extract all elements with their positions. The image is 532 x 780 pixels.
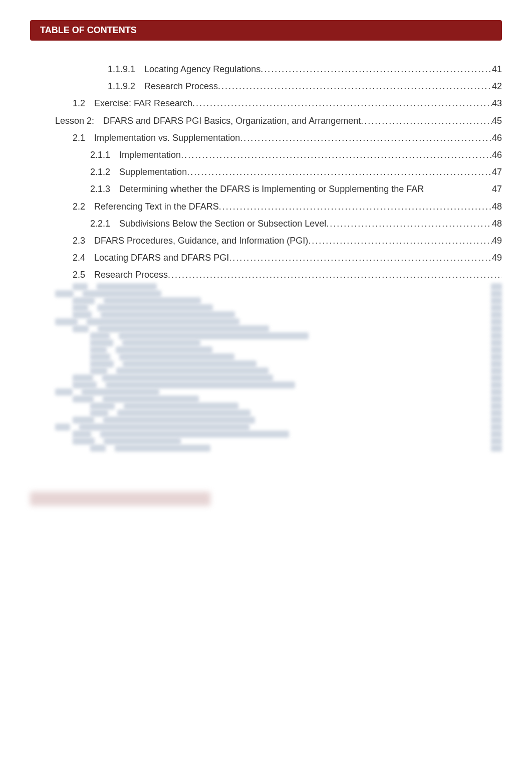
toc-number: 1.1.9.1: [108, 61, 135, 78]
toc-title: Supplementation: [119, 163, 187, 180]
toc-leader-dots: [192, 95, 492, 112]
toc-title: Determining whether the DFARS is Impleme…: [119, 180, 424, 198]
toc-row-blurred: [30, 311, 502, 318]
toc-row: 2.1.1Implementation 46: [30, 146, 502, 163]
toc-page-number: 43: [492, 95, 502, 112]
toc-row-blurred: [30, 410, 502, 417]
toc-row: Lesson 2:DFARS and DFARS PGI Basics, Org…: [30, 112, 502, 129]
toc-title: Subdivisions Below the Section or Subsec…: [119, 215, 326, 232]
toc-row-blurred: [30, 388, 502, 396]
toc-row: 2.2.1Subdivisions Below the Section or S…: [30, 215, 502, 232]
toc-row-blurred: [30, 297, 502, 304]
toc-title: Locating DFARS and DFARS PGI: [94, 249, 229, 266]
toc-row: 2.1.2Supplementation47: [30, 163, 502, 180]
toc-leader-dots: [187, 163, 492, 180]
toc-row-blurred: [30, 438, 502, 445]
toc-title: Locating Agency Regulations: [144, 61, 260, 78]
toc-page-number: 49: [492, 232, 502, 249]
toc-row-blurred: [30, 381, 502, 388]
toc-list: 1.1.9.1Locating Agency Regulations411.1.…: [30, 61, 502, 283]
toc-page-number: 48: [492, 198, 502, 215]
toc-leader-dots: [181, 146, 492, 163]
toc-row: 2.1.3Determining whether the DFARS is Im…: [30, 180, 502, 198]
toc-leader-dots: [260, 61, 492, 78]
toc-number: 2.2.1: [90, 215, 110, 232]
toc-page-number: 41: [492, 61, 502, 78]
toc-number: 2.2: [73, 198, 85, 215]
toc-row-blurred: [30, 396, 502, 403]
toc-title: Implementation vs. Supplementation: [94, 129, 240, 146]
toc-row-blurred: [30, 417, 502, 424]
header-title: TABLE OF CONTENTS: [40, 25, 137, 35]
toc-row-blurred: [30, 424, 502, 431]
toc-leader-dots: [218, 78, 492, 95]
toc-page-number: 45: [492, 112, 502, 129]
toc-number: 2.1.2: [90, 163, 110, 180]
toc-page-number: 47: [492, 180, 502, 198]
toc-page-number: 42: [492, 78, 502, 95]
toc-number: 1.2: [73, 95, 85, 112]
blurred-toc-area: [30, 283, 502, 452]
toc-leader-dots: [219, 198, 492, 215]
toc-row-blurred: [30, 290, 502, 297]
toc-page-number: 47: [492, 163, 502, 180]
toc-row-blurred: [30, 325, 502, 332]
toc-row: 1.1.9.1Locating Agency Regulations41: [30, 61, 502, 78]
toc-title: DFARS and DFARS PGI Basics, Organization…: [103, 112, 361, 129]
toc-page-number: 49: [492, 249, 502, 266]
toc-row: 1.2Exercise: FAR Research 43: [30, 95, 502, 112]
toc-leader-dots: [229, 249, 492, 266]
toc-row-blurred: [30, 353, 502, 360]
toc-row: 2.1Implementation vs. Supplementation46: [30, 129, 502, 146]
toc-number: 2.4: [73, 249, 85, 266]
toc-row-blurred: [30, 374, 502, 381]
toc-number: Lesson 2:: [55, 112, 94, 129]
toc-row: 2.4Locating DFARS and DFARS PGI49: [30, 249, 502, 266]
toc-page-number: 46: [492, 146, 502, 163]
toc-leader-dots: [361, 112, 492, 129]
toc-row-blurred: [30, 346, 502, 353]
toc-row: 2.5Research Process: [30, 266, 502, 283]
toc-row-blurred: [30, 445, 502, 452]
toc-leader-dots: [308, 232, 492, 249]
toc-number: 2.1.1: [90, 146, 110, 163]
toc-row-blurred: [30, 431, 502, 438]
toc-title: Research Process: [94, 266, 168, 283]
toc-row-blurred: [30, 304, 502, 311]
toc-leader-dots: [240, 129, 492, 146]
toc-leader-dots: [168, 266, 502, 283]
toc-number: 1.1.9.2: [108, 78, 135, 95]
document-page: TABLE OF CONTENTS 1.1.9.1Locating Agency…: [0, 0, 532, 536]
toc-number: 2.1: [73, 129, 85, 146]
toc-page-number: 48: [492, 215, 502, 232]
toc-title: DFARS Procedures, Guidance, and Informat…: [94, 232, 308, 249]
toc-leader-dots: [326, 215, 492, 232]
header-bar: TABLE OF CONTENTS: [30, 20, 502, 41]
toc-row: 1.1.9.2Research Process 42: [30, 78, 502, 95]
toc-row-blurred: [30, 339, 502, 346]
toc-row-blurred: [30, 283, 502, 290]
toc-row-blurred: [30, 367, 502, 374]
toc-row: 2.3DFARS Procedures, Guidance, and Infor…: [30, 232, 502, 249]
toc-number: 2.5: [73, 266, 85, 283]
toc-title: Research Process: [144, 78, 218, 95]
toc-title: Referencing Text in the DFARS: [94, 198, 219, 215]
toc-number: 2.1.3: [90, 180, 110, 198]
footer-bar-blurred: [30, 492, 210, 506]
toc-row-blurred: [30, 318, 502, 325]
toc-page-number: 46: [492, 129, 502, 146]
toc-row-blurred: [30, 360, 502, 367]
toc-row-blurred: [30, 332, 502, 339]
toc-number: 2.3: [73, 232, 85, 249]
toc-row-blurred: [30, 403, 502, 410]
toc-title: Exercise: FAR Research: [94, 95, 192, 112]
toc-row: 2.2Referencing Text in the DFARS 48: [30, 198, 502, 215]
toc-title: Implementation: [119, 146, 181, 163]
